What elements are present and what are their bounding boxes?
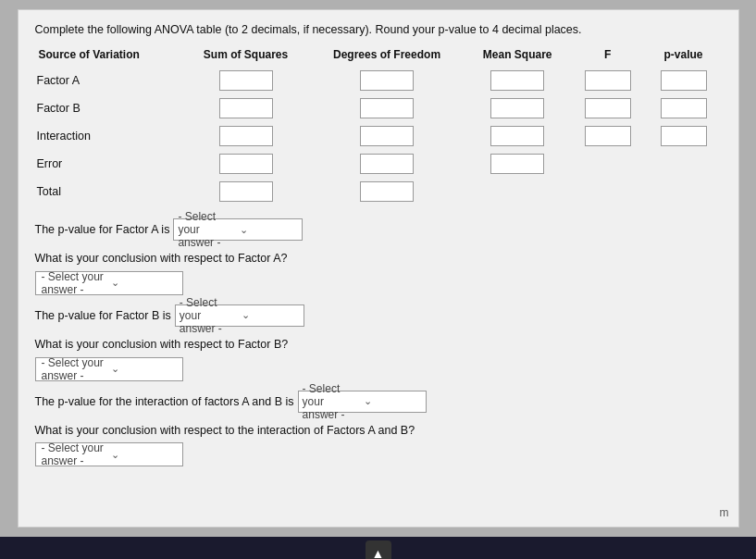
cell-ms-error[interactable]	[465, 150, 570, 178]
header-ms: Mean Square	[465, 45, 570, 67]
input-df-interaction[interactable]	[360, 126, 414, 146]
row-label-factor-b: Factor B	[35, 94, 183, 122]
cell-f-interaction[interactable]	[570, 122, 646, 150]
input-df-factor-b[interactable]	[360, 98, 414, 118]
chevron-down-icon: ⌄	[240, 224, 298, 236]
input-df-error[interactable]	[360, 154, 414, 174]
dropdown-factor-a-pvalue[interactable]: - Select your answer - ⌄	[173, 218, 303, 241]
input-ss-error[interactable]	[219, 154, 273, 174]
dropdown-factor-b-pvalue[interactable]: - Select your answer - ⌄	[175, 304, 304, 327]
input-ms-error[interactable]	[490, 154, 544, 174]
table-row: Total	[35, 178, 722, 205]
cell-pv-total	[646, 178, 722, 205]
cell-ss-factor-a[interactable]	[183, 67, 309, 94]
q1-row: The p-value for Factor A is - Select you…	[35, 218, 722, 241]
table-row: Factor B	[35, 94, 722, 122]
input-ss-total[interactable]	[219, 181, 273, 202]
row-label-interaction: Interaction	[35, 122, 183, 150]
chevron-down-icon: ⌄	[242, 309, 300, 321]
header-ss: Sum of Squares	[183, 45, 309, 67]
header-source: Source of Variation	[35, 45, 183, 67]
header-df: Degrees of Freedom	[308, 45, 465, 67]
cell-ms-factor-b[interactable]	[465, 94, 570, 122]
input-pv-factor-a[interactable]	[661, 70, 707, 91]
input-df-total[interactable]	[360, 181, 414, 202]
header-f: F	[570, 45, 646, 67]
question-factor-b-pvalue: The p-value for Factor B is - Select you…	[35, 304, 722, 327]
chevron-down-icon: ⌄	[111, 277, 177, 289]
cell-f-factor-a[interactable]	[570, 67, 646, 94]
cell-ss-error[interactable]	[183, 150, 309, 178]
input-ms-factor-b[interactable]	[490, 98, 544, 118]
input-ms-interaction[interactable]	[490, 126, 544, 146]
q4-text: What is your conclusion with respect to …	[35, 336, 722, 354]
cell-df-factor-b[interactable]	[308, 94, 465, 122]
chevron-down-icon: ⌄	[111, 449, 177, 461]
cell-f-factor-b[interactable]	[570, 94, 646, 122]
dropdown-interaction-pvalue-label: - Select your answer -	[303, 382, 361, 421]
cell-f-error	[570, 150, 646, 178]
input-f-factor-b[interactable]	[585, 98, 631, 118]
q5-text-pre: The p-value for the interaction of facto…	[35, 395, 294, 408]
input-ss-factor-b[interactable]	[219, 98, 273, 118]
q6-row: - Select your answer - ⌄	[35, 442, 722, 466]
main-content: Complete the following ANOVA table (to 2…	[18, 9, 739, 528]
input-f-factor-a[interactable]	[585, 70, 631, 91]
input-pv-factor-b[interactable]	[661, 98, 707, 118]
question-factor-a-conclusion: What is your conclusion with respect to …	[35, 250, 722, 295]
row-label-total: Total	[35, 178, 183, 205]
cell-pv-factor-a[interactable]	[646, 67, 722, 94]
q2-text: What is your conclusion with respect to …	[35, 250, 722, 267]
input-pv-interaction[interactable]	[661, 126, 707, 146]
instruction-text: Complete the following ANOVA table (to 2…	[35, 23, 722, 36]
question-factor-a-pvalue: The p-value for Factor A is - Select you…	[35, 218, 722, 241]
dropdown-interaction-conclusion-label: - Select your answer -	[42, 441, 107, 467]
dropdown-interaction-conclusion[interactable]: - Select your answer - ⌄	[35, 442, 183, 466]
cell-pv-factor-b[interactable]	[646, 94, 722, 122]
input-ms-factor-a[interactable]	[490, 70, 544, 91]
q3-text-pre: The p-value for Factor B is	[35, 309, 171, 322]
row-label-factor-a: Factor A	[35, 67, 183, 94]
cell-pv-interaction[interactable]	[646, 122, 722, 150]
dropdown-factor-a-pvalue-label: - Select your answer -	[178, 210, 236, 249]
q4-row: - Select your answer - ⌄	[35, 357, 722, 381]
anova-table: Source of Variation Sum of Squares Degre…	[35, 45, 722, 205]
question-factor-b-conclusion: What is your conclusion with respect to …	[35, 336, 722, 381]
table-row: Interaction	[35, 122, 722, 150]
cell-df-error[interactable]	[308, 150, 465, 178]
cell-df-interaction[interactable]	[308, 122, 465, 150]
input-f-interaction[interactable]	[585, 126, 631, 146]
taskbar-icon-search[interactable]: ▲	[366, 540, 391, 559]
chevron-down-icon: ⌄	[364, 395, 422, 407]
header-pv: p-value	[646, 45, 722, 67]
q5-row: The p-value for the interaction of facto…	[35, 391, 722, 413]
dropdown-factor-b-pvalue-label: - Select your answer -	[180, 296, 238, 335]
dropdown-interaction-pvalue[interactable]: - Select your answer - ⌄	[298, 391, 428, 413]
cell-ss-interaction[interactable]	[183, 122, 309, 150]
taskbar: ▲	[0, 537, 756, 559]
cell-ms-interaction[interactable]	[465, 122, 570, 150]
question-interaction-pvalue: The p-value for the interaction of facto…	[35, 391, 722, 413]
q3-row: The p-value for Factor B is - Select you…	[35, 304, 722, 327]
dropdown-factor-b-conclusion-label: - Select your answer -	[42, 356, 107, 382]
cell-df-total[interactable]	[308, 178, 465, 205]
cell-df-factor-a[interactable]	[308, 67, 465, 94]
table-row: Factor A	[35, 67, 722, 94]
input-ss-interaction[interactable]	[219, 126, 273, 146]
cell-ss-factor-b[interactable]	[183, 94, 309, 122]
cell-ms-factor-a[interactable]	[465, 67, 570, 94]
cell-ss-total[interactable]	[183, 178, 309, 205]
dropdown-factor-a-conclusion-label: - Select your answer -	[42, 270, 107, 296]
input-ss-factor-a[interactable]	[219, 70, 273, 91]
cell-f-total	[570, 178, 646, 205]
cell-ms-total	[465, 178, 570, 205]
bottom-right-label: m	[720, 506, 729, 519]
input-df-factor-a[interactable]	[360, 70, 414, 91]
dropdown-factor-b-conclusion[interactable]: - Select your answer - ⌄	[35, 357, 183, 381]
chevron-down-icon: ⌄	[111, 363, 177, 375]
cell-pv-error	[646, 150, 722, 178]
dropdown-factor-a-conclusion[interactable]: - Select your answer - ⌄	[35, 271, 183, 295]
row-label-error: Error	[35, 150, 183, 178]
question-interaction-conclusion: What is your conclusion with respect to …	[35, 422, 722, 467]
q1-text-pre: The p-value for Factor A is	[35, 223, 170, 236]
